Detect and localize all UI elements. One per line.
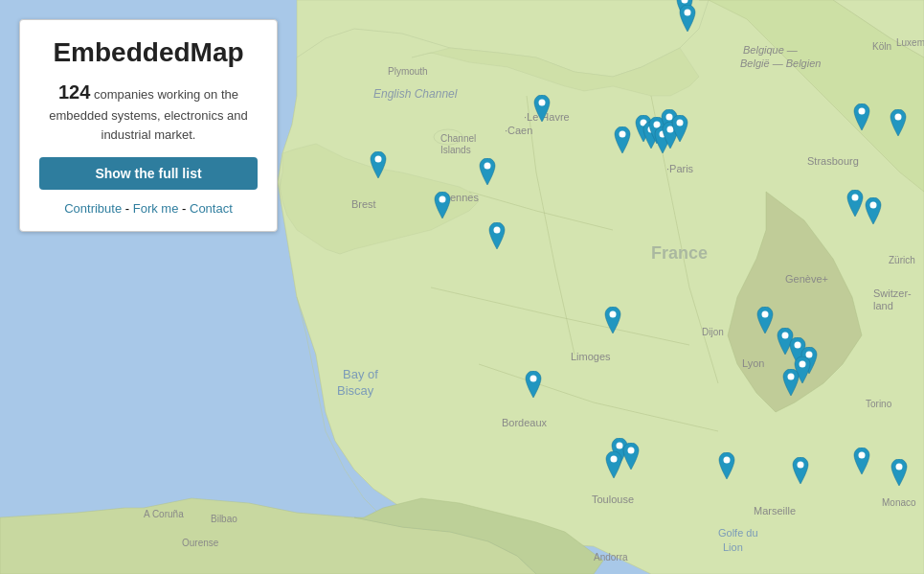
svg-point-61 — [677, 120, 684, 126]
svg-point-79 — [852, 195, 859, 201]
svg-text:België — Belgien: België — Belgien — [740, 57, 821, 69]
svg-text:Zürich: Zürich — [889, 255, 915, 265]
svg-point-75 — [611, 456, 618, 463]
svg-text:Biscay: Biscay — [337, 383, 374, 398]
svg-point-51 — [485, 163, 491, 170]
svg-text:Strasbourg: Strasbourg — [807, 155, 859, 167]
svg-text:Luxembourg: Luxembourg — [896, 37, 924, 48]
fork-me-link[interactable]: Fork me — [133, 201, 179, 216]
svg-point-78 — [895, 114, 902, 121]
map-marker[interactable] — [852, 103, 871, 130]
link-separator-1: - — [125, 201, 133, 216]
svg-point-53 — [539, 100, 546, 106]
contribute-link[interactable]: Contribute — [64, 201, 122, 216]
map-marker[interactable] — [890, 459, 909, 486]
app-title: EmbeddedMap — [39, 37, 258, 68]
map-marker[interactable] — [604, 451, 623, 478]
svg-text:Golfe du: Golfe du — [718, 527, 758, 539]
svg-point-50 — [439, 196, 446, 203]
svg-point-72 — [724, 457, 731, 464]
svg-point-74 — [628, 448, 635, 454]
svg-point-81 — [859, 452, 866, 459]
svg-text:Switzer-: Switzer- — [873, 287, 912, 299]
map-marker[interactable] — [478, 158, 497, 185]
svg-point-80 — [870, 202, 877, 209]
svg-text:Plymouth: Plymouth — [388, 66, 428, 77]
svg-text:Torino: Torino — [866, 399, 892, 409]
svg-text:·Caen: ·Caen — [505, 125, 532, 136]
svg-point-77 — [859, 108, 866, 115]
map-marker[interactable] — [621, 443, 641, 470]
svg-text:Bay of: Bay of — [343, 367, 378, 381]
svg-text:Bordeaux: Bordeaux — [502, 417, 548, 428]
svg-text:Genève+: Genève+ — [785, 273, 828, 285]
svg-point-69 — [800, 361, 806, 368]
company-count: 124 — [58, 81, 90, 103]
svg-point-70 — [788, 374, 795, 380]
map-marker[interactable] — [524, 371, 543, 398]
map-marker[interactable] — [369, 151, 388, 178]
svg-point-63 — [685, 10, 691, 16]
svg-text:Brest: Brest — [351, 198, 376, 210]
svg-point-82 — [896, 464, 903, 471]
svg-text:English Channel: English Channel — [373, 87, 458, 101]
link-separator-2: - — [182, 201, 190, 216]
svg-text:Limoges: Limoges — [571, 351, 611, 362]
links-container: Contribute - Fork me - Contact — [39, 201, 258, 216]
svg-text:Andorra: Andorra — [594, 552, 628, 563]
map-marker[interactable] — [781, 369, 800, 396]
map-marker[interactable] — [532, 95, 552, 122]
map-marker[interactable] — [864, 197, 883, 224]
svg-point-49 — [375, 156, 382, 163]
svg-text:Köln: Köln — [872, 41, 891, 52]
map-marker[interactable] — [717, 452, 736, 479]
map-marker[interactable] — [755, 307, 775, 333]
svg-text:·Paris: ·Paris — [666, 163, 694, 174]
svg-text:land: land — [873, 300, 893, 311]
svg-text:Belgique —: Belgique — — [743, 44, 799, 56]
info-box: EmbeddedMap 124 companies working on the… — [19, 19, 278, 232]
svg-point-54 — [620, 131, 626, 138]
app-description: 124 companies working on the embedded sy… — [39, 78, 258, 144]
svg-point-64 — [610, 311, 617, 318]
map-marker[interactable] — [433, 192, 452, 218]
svg-text:Lyon: Lyon — [742, 357, 764, 369]
map-marker[interactable] — [603, 307, 622, 333]
contact-link[interactable]: Contact — [190, 201, 233, 216]
svg-point-71 — [798, 462, 804, 469]
svg-point-65 — [762, 311, 769, 318]
svg-text:Islands: Islands — [440, 145, 471, 155]
svg-text:Marseille: Marseille — [754, 505, 796, 517]
svg-point-52 — [494, 227, 501, 234]
map-marker[interactable] — [889, 109, 908, 136]
svg-text:Ourense: Ourense — [182, 538, 219, 548]
show-list-button[interactable]: Show the full list — [39, 157, 258, 190]
svg-text:Monaco: Monaco — [882, 497, 916, 508]
map-marker[interactable] — [670, 115, 689, 142]
svg-text:A Coruña: A Coruña — [144, 509, 184, 519]
svg-text:Dijon: Dijon — [702, 327, 724, 337]
svg-point-76 — [530, 376, 537, 382]
svg-text:Bilbao: Bilbao — [211, 514, 237, 524]
map-marker[interactable] — [845, 190, 865, 217]
map-marker[interactable] — [613, 126, 632, 153]
svg-text:France: France — [651, 243, 708, 263]
map-container: English Channel Bay of Biscay France Bel… — [0, 0, 924, 574]
svg-text:Channel: Channel — [440, 133, 476, 144]
map-marker[interactable] — [487, 222, 507, 249]
svg-text:Lion: Lion — [723, 541, 743, 553]
map-marker[interactable] — [678, 5, 697, 32]
svg-text:Toulouse: Toulouse — [592, 494, 634, 505]
map-marker[interactable] — [852, 448, 871, 474]
map-marker[interactable] — [791, 457, 810, 484]
